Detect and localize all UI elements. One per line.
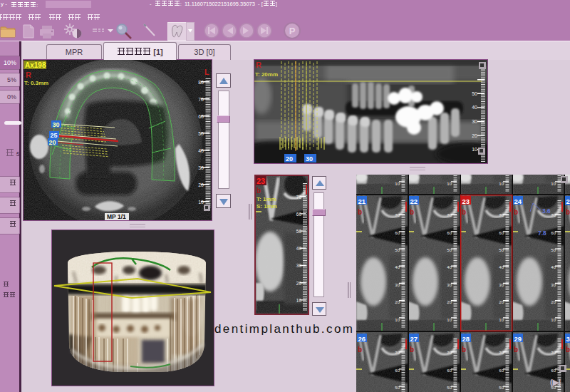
- svg-text:30: 30: [53, 121, 60, 128]
- svg-text:R: R: [26, 71, 31, 79]
- svg-text:10: 10: [296, 298, 302, 303]
- svg-text:30: 30: [472, 119, 477, 124]
- svg-text:T: 1mm: T: 1mm: [256, 196, 276, 202]
- svg-text:b: b: [358, 208, 362, 216]
- svg-text:(▶|: (▶|: [550, 378, 561, 386]
- svg-text:b: b: [410, 208, 414, 216]
- svg-text:70: 70: [296, 195, 302, 200]
- svg-text:L: L: [204, 68, 209, 76]
- svg-text:20: 20: [296, 281, 302, 286]
- svg-text:20: 20: [286, 155, 293, 163]
- svg-text:b: b: [256, 187, 261, 195]
- svg-text:30: 30: [306, 155, 313, 163]
- svg-text:20: 20: [49, 139, 56, 146]
- svg-text:P: P: [289, 26, 296, 36]
- svg-text:60: 60: [296, 212, 302, 217]
- svg-text:23: 23: [256, 177, 265, 185]
- svg-text:29: 29: [514, 335, 522, 343]
- svg-text:2: 2: [566, 197, 570, 205]
- svg-text:Ax198: Ax198: [25, 61, 46, 69]
- svg-text:b: b: [514, 208, 518, 216]
- svg-text:24: 24: [514, 197, 522, 205]
- svg-text:3.6: 3.6: [542, 207, 551, 215]
- svg-text:S: 1mm: S: 1mm: [256, 203, 277, 210]
- svg-text:b: b: [514, 346, 518, 354]
- svg-text:80: 80: [198, 80, 204, 85]
- svg-text:b: b: [462, 208, 466, 216]
- svg-text:T: 20mm: T: 20mm: [255, 71, 278, 78]
- svg-text:R: R: [256, 61, 261, 69]
- svg-text:10: 10: [472, 147, 477, 152]
- svg-text:23: 23: [462, 197, 470, 205]
- svg-text:30: 30: [296, 263, 302, 268]
- svg-text:30: 30: [198, 165, 204, 170]
- svg-text:50: 50: [198, 131, 204, 136]
- svg-text:7.8: 7.8: [538, 229, 546, 237]
- svg-text:25: 25: [51, 132, 58, 139]
- svg-text:b: b: [566, 346, 570, 354]
- svg-text:20: 20: [472, 133, 477, 138]
- svg-text:50: 50: [296, 229, 302, 234]
- svg-text:20: 20: [198, 182, 204, 187]
- svg-text:40: 40: [296, 246, 302, 251]
- svg-text:26: 26: [358, 335, 366, 343]
- svg-text:60: 60: [198, 114, 204, 119]
- svg-text:b: b: [462, 346, 466, 354]
- svg-text:T: 0.3mm: T: 0.3mm: [24, 80, 48, 86]
- svg-text:b: b: [358, 346, 362, 354]
- svg-text:10: 10: [198, 200, 204, 205]
- svg-text:3: 3: [566, 335, 570, 343]
- svg-text:22: 22: [410, 197, 418, 205]
- svg-text:b: b: [566, 208, 570, 216]
- svg-text:b: b: [410, 346, 414, 354]
- svg-text:40: 40: [198, 148, 204, 153]
- svg-text:50: 50: [472, 91, 477, 96]
- svg-text:40: 40: [472, 105, 477, 110]
- svg-text:70: 70: [198, 97, 204, 102]
- svg-text:MP 1/1: MP 1/1: [107, 213, 126, 220]
- svg-text:21: 21: [358, 197, 366, 205]
- svg-text:28: 28: [462, 335, 470, 343]
- svg-text:27: 27: [410, 335, 418, 343]
